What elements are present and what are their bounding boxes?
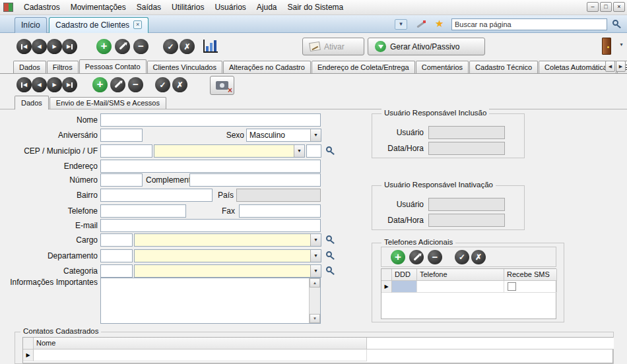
edit-telefone-button[interactable]: [409, 250, 424, 264]
endereco-input[interactable]: [100, 160, 321, 173]
wand-icon[interactable]: [416, 20, 426, 30]
aniversario-input[interactable]: [100, 129, 143, 142]
exit-button[interactable]: [600, 38, 614, 55]
menu-movimentacoes[interactable]: Movimentações: [65, 0, 131, 15]
delete-telefone-button[interactable]: −: [428, 250, 442, 264]
record-tab-pessoas-contato[interactable]: Pessoas Contato: [79, 59, 147, 74]
bairro-input[interactable]: [100, 189, 213, 202]
edit-record-button[interactable]: [115, 39, 130, 54]
gerar-ativo-passivo-button[interactable]: Gerar Ativo/Passivo: [368, 38, 485, 55]
dropdown-icon[interactable]: ▼: [310, 250, 321, 262]
scroll-up-icon[interactable]: ▲: [310, 278, 320, 288]
fax-input[interactable]: [239, 204, 321, 218]
search-icon[interactable]: [612, 20, 624, 30]
cargo-select[interactable]: ▼: [134, 233, 321, 247]
departamento-search-icon[interactable]: [326, 251, 338, 262]
record-tab-endereco-de-coleta-entrega[interactable]: Endereço de Coleta/Entrega: [312, 61, 415, 73]
confirm-record-button[interactable]: ✓: [163, 39, 178, 54]
contact-nav-first-button[interactable]: ◀: [16, 77, 32, 92]
record-tab-alteracoes-no-cadastro[interactable]: Alterações no Cadastro: [223, 61, 311, 73]
dropdown-icon[interactable]: ▼: [294, 145, 304, 157]
recebe-sms-checkbox[interactable]: [508, 282, 516, 291]
tab-scroll-left-icon[interactable]: ◀: [605, 61, 615, 72]
add-record-button[interactable]: +: [96, 39, 112, 54]
municipio-select[interactable]: ▼: [154, 144, 305, 158]
sexo-select[interactable]: Masculino ▼: [246, 129, 321, 142]
ativar-button[interactable]: Ativar: [302, 38, 364, 55]
record-tab-clientes-vinculados[interactable]: Clientes Vinculados: [147, 61, 222, 73]
record-tab-filtros[interactable]: Filtros: [47, 61, 79, 73]
close-button[interactable]: ×: [613, 2, 625, 12]
cep-input[interactable]: [100, 144, 152, 158]
textarea-scrollbar[interactable]: ▲ ▼: [309, 278, 320, 323]
contact-nav-prev-button[interactable]: ◀: [32, 77, 47, 92]
contact-nav-next-button[interactable]: ▶: [47, 77, 62, 92]
cargo-search-icon[interactable]: [326, 235, 338, 246]
confirm-contact-button[interactable]: ✓: [155, 77, 170, 92]
menu-ajuda[interactable]: Ajuda: [251, 0, 282, 15]
dropdown-icon[interactable]: ▼: [310, 129, 321, 141]
menu-cadastros[interactable]: Cadastros: [18, 0, 65, 15]
scroll-down-icon[interactable]: ▼: [310, 314, 320, 323]
menu-saidas[interactable]: Saídas: [131, 0, 166, 15]
contact-tab-dados[interactable]: Dados: [15, 96, 49, 109]
contato-nome-cell[interactable]: [34, 349, 367, 361]
record-tab-cadastro-tecnico[interactable]: Cadastro Técnico: [469, 61, 538, 73]
add-telefone-button[interactable]: +: [391, 250, 405, 264]
cargo-code-input[interactable]: [100, 233, 133, 247]
minimize-button[interactable]: –: [587, 2, 599, 12]
add-contact-button[interactable]: +: [92, 77, 108, 92]
departamento-code-input[interactable]: [100, 249, 133, 262]
categoria-search-icon[interactable]: [326, 266, 338, 277]
nav-next-button[interactable]: ▶: [47, 39, 62, 54]
toolbar-overflow-icon[interactable]: ▾: [617, 42, 626, 47]
cep-search-icon[interactable]: [326, 146, 338, 157]
uf-input[interactable]: [306, 144, 321, 158]
column-header-nome[interactable]: Nome: [34, 338, 367, 349]
categoria-code-input[interactable]: [100, 264, 133, 278]
favorite-star-icon[interactable]: ★: [435, 18, 444, 30]
delete-record-button[interactable]: −: [133, 39, 148, 54]
expand-panel-icon[interactable]: ▾: [395, 19, 407, 30]
delete-contact-button[interactable]: −: [128, 77, 143, 92]
column-header-recebe-sms[interactable]: Recebe SMS: [504, 269, 557, 281]
contact-nav-last-button[interactable]: ▶: [62, 77, 77, 92]
menu-sair-do-sistema[interactable]: Sair do Sistema: [282, 0, 349, 15]
confirm-telefone-button[interactable]: ✓: [455, 250, 469, 264]
record-tab-comentarios[interactable]: Comentários: [416, 61, 469, 73]
maximize-button[interactable]: □: [600, 2, 612, 12]
menu-usuarios[interactable]: Usuários: [209, 0, 251, 15]
nav-first-button[interactable]: ◀: [16, 39, 32, 54]
numero-input[interactable]: [100, 173, 143, 187]
telefone-cell[interactable]: [417, 281, 504, 293]
complemento-input[interactable]: [189, 173, 321, 187]
cancel-telefone-button[interactable]: ✗: [471, 250, 486, 264]
column-header-ddd[interactable]: DDD: [392, 269, 417, 281]
telefone-input[interactable]: [100, 204, 186, 218]
informacoes-textarea[interactable]: ▲ ▼: [100, 278, 321, 324]
categoria-select[interactable]: ▼: [134, 264, 321, 278]
cancel-contact-button[interactable]: ✗: [172, 77, 187, 92]
cancel-record-button[interactable]: ✗: [180, 39, 195, 54]
tab-inicio[interactable]: Início: [15, 17, 47, 33]
tab-cadastro-de-clientes[interactable]: Cadastro de Clientes ×: [49, 17, 148, 33]
dropdown-icon[interactable]: ▼: [310, 234, 321, 246]
menu-utilitarios[interactable]: Utilitários: [166, 0, 209, 15]
ddd-cell[interactable]: [392, 281, 417, 293]
page-search-input[interactable]: [451, 18, 607, 30]
remove-photo-button[interactable]: [210, 76, 234, 95]
email-input[interactable]: [100, 219, 321, 232]
tab-scroll-right-icon[interactable]: ▶: [616, 61, 626, 72]
departamento-select[interactable]: ▼: [134, 249, 321, 262]
nome-input[interactable]: [100, 113, 321, 127]
nav-prev-button[interactable]: ◀: [32, 39, 47, 54]
edit-contact-button[interactable]: [110, 77, 125, 92]
contact-tab-envio-email-sms[interactable]: Envio de E-Mail/SMS e Acessos: [50, 97, 166, 109]
close-tab-icon[interactable]: ×: [133, 20, 142, 29]
dropdown-icon[interactable]: ▼: [310, 265, 321, 277]
record-tab-dados[interactable]: Dados: [13, 61, 46, 73]
chart-button[interactable]: [203, 40, 218, 53]
column-header-telefone[interactable]: Telefone: [417, 269, 504, 281]
recebe-sms-cell[interactable]: [504, 281, 557, 293]
nav-last-button[interactable]: ▶: [62, 39, 77, 54]
